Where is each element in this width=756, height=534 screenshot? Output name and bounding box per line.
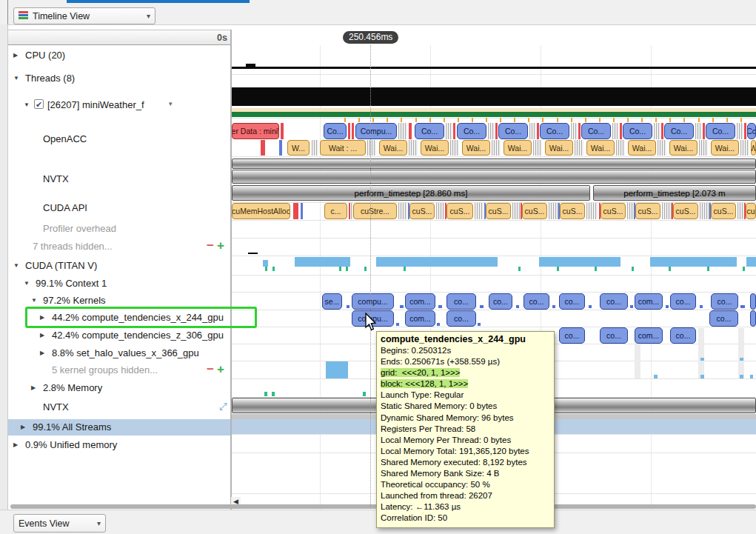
sidebar-item-process-miniweather[interactable]: ▼✔[26207] miniWeather_f▾ <box>0 99 230 111</box>
sidebar-item-cuda-api[interactable]: CUDA API <box>0 202 230 214</box>
chevron-right-icon[interactable]: ▶ <box>13 441 18 448</box>
chevron-down-icon[interactable]: ▾ <box>169 100 173 107</box>
chevron-down-icon[interactable]: ▼ <box>31 297 37 304</box>
openacc-row1-event[interactable]: Enter Data : miniW... <box>232 123 279 139</box>
openacc-row2-event[interactable]: Wai... <box>504 140 532 156</box>
sidebar-item-openacc[interactable]: OpenACC <box>0 133 230 145</box>
kernels-row-event[interactable]: co... <box>670 293 696 310</box>
sidebar-item-cpu[interactable]: ▶CPU (20) <box>0 50 230 61</box>
chevron-right-icon[interactable]: ▶ <box>31 384 36 391</box>
openacc-row2-event[interactable]: Wai... <box>545 140 573 156</box>
nvtx-range-bar2-event[interactable] <box>232 170 756 184</box>
openacc-row1-event[interactable]: Co... <box>706 123 735 139</box>
openacc-row1-event[interactable]: Co... <box>415 123 444 139</box>
sidebar-item-context1[interactable]: ▼99.1% Context 1 <box>0 278 230 290</box>
cuda-api-row-event[interactable]: cuS... <box>711 203 736 219</box>
chevron-right-icon[interactable]: ▶ <box>40 350 44 356</box>
kernels-row-event[interactable]: co... <box>600 293 628 310</box>
kernel-x244-row-event[interactable] <box>750 310 756 327</box>
cuda-api-row-event[interactable]: cuS... <box>673 203 698 219</box>
show-row-icon[interactable]: + <box>217 238 224 253</box>
kernels-row-event[interactable]: com... <box>405 293 435 310</box>
chevron-down-icon[interactable]: ▼ <box>24 280 30 287</box>
hide-row-icon[interactable]: − <box>207 362 214 377</box>
kernels-row-event[interactable]: se... <box>322 293 342 310</box>
openacc-row2-event[interactable]: Wai... <box>628 140 656 156</box>
sidebar-item-memory[interactable]: ▶2.8% Memory <box>0 382 230 394</box>
nvtx-range-bar1-event[interactable] <box>232 158 756 169</box>
openacc-row1-event[interactable]: Co... <box>623 123 652 139</box>
cuda-api-row-event[interactable]: cu <box>746 203 756 219</box>
chevron-down-icon[interactable]: ▼ <box>13 75 19 81</box>
sidebar-item-kernel-z306[interactable]: ▶42.4% compute_tendencies_z_306_gpu <box>0 330 230 341</box>
openacc-row2-event[interactable]: Wai... <box>379 140 407 156</box>
openacc-row1-event[interactable]: Co... <box>498 123 528 139</box>
chevron-right-icon[interactable]: ▶ <box>21 424 25 430</box>
cuda-api-row-event[interactable]: cuS... <box>601 203 626 219</box>
sidebar-item-kernel-halo[interactable]: ▶8.8% set_halo_values_x_366_gpu <box>0 347 230 359</box>
sidebar-item-allstreams[interactable]: ▶99.1% All Streams <box>0 421 230 433</box>
kernels-row-event[interactable]: co... <box>523 293 549 310</box>
sidebar-item-threads[interactable]: ▼Threads (8) <box>0 73 230 84</box>
kernels-row-event[interactable]: co... <box>489 293 512 310</box>
openacc-row2-event[interactable]: Wai... <box>669 140 698 156</box>
chevron-right-icon[interactable]: ▶ <box>13 52 18 59</box>
chevron-down-icon[interactable]: ▼ <box>13 262 19 269</box>
kernel-x244-row-event[interactable]: com... <box>405 310 435 327</box>
chevron-right-icon[interactable]: ▶ <box>40 332 44 338</box>
sidebar-item-nvtx-gpu[interactable]: NVTX⤢ <box>0 401 230 413</box>
timeline-view-dropdown[interactable]: Timeline View ▾ <box>13 7 155 24</box>
kernels-row-event[interactable]: compu... <box>352 293 394 310</box>
events-view-dropdown[interactable]: Events View ▾ <box>13 514 106 533</box>
cuda-api-row-event[interactable]: cuS... <box>560 203 585 219</box>
openacc-row1-event[interactable]: Compu... <box>355 123 397 139</box>
panel-divider[interactable] <box>230 30 232 510</box>
sidebar-item-unified-memory[interactable]: ▶0.9% Unified memory <box>0 439 230 451</box>
kernel-z306-row-event[interactable]: co... <box>559 327 585 344</box>
cuda-api-row-event[interactable]: cuS... <box>409 203 435 219</box>
sidebar-item-threads-hidden[interactable]: 7 threads hidden...−+ <box>0 241 230 253</box>
openacc-row1-event[interactable]: Co... <box>457 123 486 139</box>
openacc-row2-event[interactable]: W... <box>287 140 310 156</box>
kernel-z306-row-event[interactable]: co... <box>670 327 696 344</box>
kernels-row-event[interactable]: com... <box>635 293 663 310</box>
openacc-row2-event[interactable]: Wai... <box>421 140 449 156</box>
kernels-row-event[interactable]: co... <box>446 293 476 310</box>
cuda-api-row-event[interactable]: cuStre... <box>353 203 397 219</box>
cuda-api-row-event[interactable]: cuMemHostAlloc <box>232 203 290 219</box>
openacc-row1-event[interactable]: Co... <box>324 123 347 139</box>
chevron-down-icon[interactable]: ▼ <box>24 101 30 108</box>
sidebar-item-nvtx-thread[interactable]: NVTX <box>0 173 230 185</box>
kernels-row-event[interactable] <box>750 293 756 310</box>
kernel-x244-row-event[interactable]: co... <box>709 310 738 327</box>
cuda-api-row-event[interactable]: c... <box>324 203 347 219</box>
sidebar-item-kernels-hidden[interactable]: 5 kernel groups hidden...−+ <box>0 364 230 376</box>
process-checkbox[interactable]: ✔ <box>34 99 44 109</box>
kernel-z306-row-event[interactable]: com... <box>635 327 663 344</box>
openacc-row2-event[interactable]: Wait : ... <box>320 140 366 156</box>
nvtx-timestep-bar-event[interactable]: perform_timestep [2.073 m <box>593 185 756 201</box>
kernels-row-event[interactable]: co... <box>711 293 738 310</box>
openacc-row1-event[interactable]: Co... <box>581 123 611 139</box>
openacc-row1-event[interactable]: Co... <box>664 123 694 139</box>
sidebar-item-profiler-overhead[interactable]: Profiler overhead <box>0 223 230 235</box>
cuda-api-row-event[interactable]: cuS... <box>522 203 547 219</box>
kernel-z306-row-event[interactable]: co... <box>600 327 628 344</box>
nvtx-timestep-bar-event[interactable]: perform_timestep [28.860 ms] <box>232 185 590 201</box>
kernels-row-event[interactable]: co... <box>559 293 585 310</box>
sidebar-item-cuda-device[interactable]: ▼CUDA (TITAN V) <box>0 260 230 272</box>
cuda-api-row-event[interactable]: cuS... <box>446 203 473 219</box>
cuda-api-row-event[interactable]: cuS... <box>635 203 660 219</box>
openacc-row2-event[interactable]: Wai... <box>586 140 615 156</box>
expand-row-icon[interactable]: ⤢ <box>219 401 227 413</box>
openacc-row2-event[interactable]: Wai... <box>462 140 490 156</box>
show-row-icon[interactable]: + <box>217 362 224 377</box>
openacc-row1-event[interactable]: Co... <box>540 123 569 139</box>
kernel-x244-row-event[interactable]: co... <box>446 310 476 327</box>
sidebar-item-kernels[interactable]: ▼97.2% Kernels <box>0 295 230 307</box>
openacc-row2-event[interactable]: Wai... <box>711 140 739 156</box>
cuda-api-row-event[interactable]: cuS... <box>486 203 511 219</box>
hide-row-icon[interactable]: − <box>207 238 214 253</box>
openacc-row1-event[interactable]: Co <box>747 123 756 139</box>
openacc-row2-event[interactable]: W <box>751 140 756 156</box>
